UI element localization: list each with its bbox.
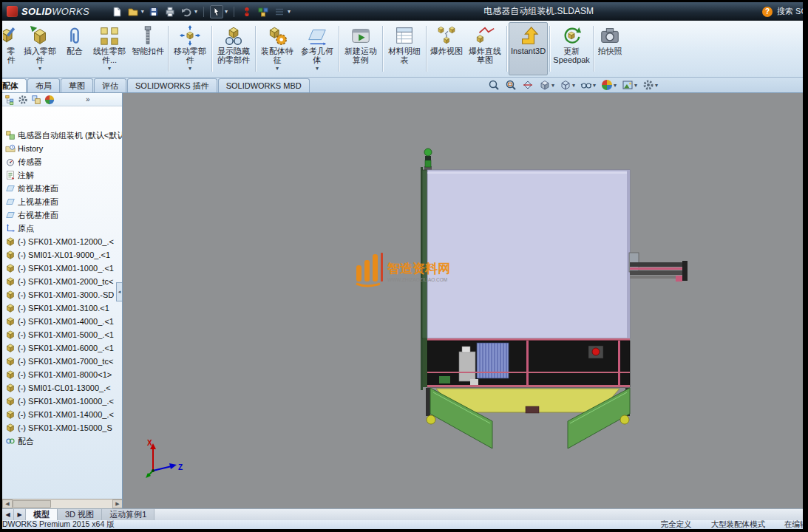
new-motion-study-button[interactable]: 新建运动算例 <box>341 22 381 75</box>
tree-item-history[interactable]: History <box>2 142 122 155</box>
tab-motion-study-1[interactable]: 运动算例1 <box>102 509 155 520</box>
tab-nav-next-icon[interactable]: ▶ <box>14 509 26 520</box>
bill-of-materials-icon <box>393 24 415 47</box>
tree-root-assembly[interactable]: 电感器自动组装机 (默认<默认_ <box>2 129 122 142</box>
tab-assembly[interactable]: 装配体 <box>2 78 27 92</box>
tab-solidworks-addins[interactable]: SOLIDWORKS 插件 <box>127 78 217 92</box>
feature-manager-tree-icon[interactable] <box>4 95 15 105</box>
open-icon[interactable] <box>126 5 140 18</box>
tree-item-top-plane[interactable]: 上视基准面 <box>2 195 122 208</box>
scroll-right-icon[interactable]: ▶ <box>112 499 123 508</box>
bill-of-materials-button[interactable]: 材料明细表 <box>384 22 424 75</box>
edit-appearance-icon[interactable]: ▾ <box>601 79 617 91</box>
tree-item-component[interactable]: (-) SFK01-XM01-7000_tc< <box>2 355 122 368</box>
tree-item-component[interactable]: (-) SFK01-XM01-5000_.<1 <box>2 328 122 341</box>
search-input[interactable]: 搜索 SOLIDWORKS 帮助 <box>777 6 803 17</box>
tab-nav-prev-icon[interactable]: ◀ <box>2 509 14 520</box>
panel-flyout-collapse[interactable]: ◂ <box>116 282 122 301</box>
smart-fasteners-button[interactable]: 智能扣件 <box>129 22 166 75</box>
tab-sketch[interactable]: 草图 <box>61 78 93 92</box>
tree-item-component[interactable]: (-) SFK01-XM01-12000_.< <box>2 235 122 248</box>
take-snapshot-button[interactable]: 拍快照 <box>595 22 625 75</box>
section-view-icon[interactable] <box>522 79 534 91</box>
configuration-manager-icon[interactable] <box>31 95 41 105</box>
history-folder-icon <box>5 143 16 154</box>
insert-components-button[interactable]: 插入零部件 ▾ <box>20 22 60 75</box>
show-hidden-components-button[interactable]: 显示隐藏的零部件 <box>214 22 254 75</box>
display-style-icon[interactable]: ▾ <box>560 79 575 91</box>
explode-line-sketch-button[interactable]: 爆炸直线草图 <box>465 22 505 75</box>
display-manager-icon[interactable] <box>44 95 55 105</box>
tree-item-origin[interactable]: 原点 <box>2 222 122 235</box>
tab-solidworks-mbd[interactable]: SOLIDWORKS MBD <box>218 78 310 92</box>
dropdown-arrow-icon[interactable]: ▾ <box>316 64 319 73</box>
plane-icon <box>5 197 16 207</box>
apply-scene-icon[interactable]: ▾ <box>622 79 637 91</box>
attachments-icon[interactable] <box>240 5 254 18</box>
search-box[interactable]: ? 搜索 SOLIDWORKS 帮助 <box>762 2 803 21</box>
select-dropdown-icon[interactable]: ▾ <box>225 8 228 15</box>
tree-item-component[interactable]: (-) SFK01-XM01-3000.-SD <box>2 288 122 301</box>
component-icon <box>5 236 16 247</box>
exploded-view-button[interactable]: 爆炸视图 <box>428 22 465 75</box>
tree-item-component[interactable]: (-) SMI01-XL01-9000_.<1 <box>2 248 122 262</box>
tree-item-component[interactable]: (-) SFK01-XM01-2000_tc< <box>2 275 122 288</box>
tree-item-component[interactable]: (-) SFK01-XM01-6000_.<1 <box>2 341 122 355</box>
edit-component-button-partial[interactable]: 零件 <box>2 22 20 75</box>
tree-item-component[interactable]: (-) SFK01-XM01-14000_.< <box>2 408 122 421</box>
document-title: 电感器自动组装机.SLDASM <box>483 5 594 18</box>
command-list-icon[interactable] <box>273 5 286 18</box>
hide-show-items-icon[interactable]: ▾ <box>580 79 596 91</box>
linear-component-pattern-button[interactable]: 线性零部件... ▾ <box>89 22 129 75</box>
tab-evaluate[interactable]: 评估 <box>94 78 126 92</box>
save-icon[interactable] <box>147 5 160 18</box>
dropdown-arrow-icon[interactable]: ▾ <box>38 64 41 73</box>
move-component-button[interactable]: 移动零部件 ▾ <box>170 22 210 75</box>
tab-layout[interactable]: 布局 <box>27 78 60 92</box>
panel-horizontal-scrollbar[interactable]: ◀ ▶ <box>2 499 123 508</box>
panel-expand-icon[interactable]: » <box>86 95 90 103</box>
view-settings-icon[interactable]: ▾ <box>642 79 658 91</box>
dropdown-arrow-icon[interactable]: ▾ <box>108 64 111 73</box>
undo-icon[interactable] <box>180 5 193 18</box>
view-orientation-icon[interactable]: ▾ <box>539 79 554 91</box>
dropdown-arrow-icon[interactable]: ▾ <box>276 64 279 73</box>
dropdown-arrow-icon[interactable]: ▾ <box>189 64 191 73</box>
appearance-palette-icon[interactable] <box>257 5 270 18</box>
tree-item-right-plane[interactable]: 右视基准面 <box>2 208 122 222</box>
property-manager-icon[interactable] <box>18 95 28 105</box>
tree-item-component[interactable]: (-) SFK01-XM01-3100.<1 <box>2 301 122 315</box>
reference-geometry-button[interactable]: 参考几何体 ▾ <box>297 22 337 75</box>
print-icon[interactable] <box>163 5 177 18</box>
open-dropdown-icon[interactable]: ▾ <box>141 8 144 15</box>
instant3d-button[interactable]: Instant3D <box>509 22 548 75</box>
tab-model[interactable]: 模型 <box>26 509 58 520</box>
tree-item-mates[interactable]: 配合 <box>2 434 122 448</box>
scrollbar-thumb[interactable] <box>13 500 51 508</box>
help-icon[interactable]: ? <box>762 7 773 17</box>
tree-item-component[interactable]: (-) SFK01-XM01-4000_.<1 <box>2 315 122 328</box>
mate-button[interactable]: 配合 <box>60 22 89 75</box>
tree-item-sensors[interactable]: 传感器 <box>2 155 122 168</box>
component-icon <box>5 423 16 433</box>
tree-item-front-plane[interactable]: 前视基准面 <box>2 182 122 195</box>
list-dropdown-icon[interactable]: ▾ <box>288 8 291 15</box>
tree-item-component[interactable]: (-) SMI01-CL01-13000_.< <box>2 381 122 395</box>
zoom-area-icon[interactable] <box>505 79 517 91</box>
triad-z-label: Z <box>178 463 183 471</box>
zoom-fit-icon[interactable] <box>488 79 500 91</box>
tree-item-component[interactable]: (-) SFK01-XM01-1000_.<1 <box>2 262 122 275</box>
tree-item-annotations[interactable]: 注解 <box>2 168 122 182</box>
select-arrow-icon[interactable] <box>210 5 223 18</box>
tree-item-component[interactable]: (-) SFK01-XM01-8000<1> <box>2 368 122 381</box>
undo-dropdown-icon[interactable]: ▾ <box>194 8 197 15</box>
scroll-left-icon[interactable]: ◀ <box>2 499 13 508</box>
tree-item-component[interactable]: (-) SFK01-XM01-10000_.< <box>2 395 122 408</box>
update-speedpak-button[interactable]: 更新Speedpak <box>551 22 591 75</box>
new-document-icon[interactable] <box>110 5 123 18</box>
tree-item-component[interactable]: (-) SFK01-XM01-15000_S <box>2 421 122 434</box>
scrollbar-track[interactable] <box>51 499 112 508</box>
assembly-features-button[interactable]: 装配体特征 ▾ <box>257 22 297 75</box>
tab-3d-views[interactable]: 3D 视图 <box>58 509 102 520</box>
graphics-viewport[interactable]: 智造资料网 WWW.ZHIZAOZILIAO.COM X Z <box>123 93 803 508</box>
